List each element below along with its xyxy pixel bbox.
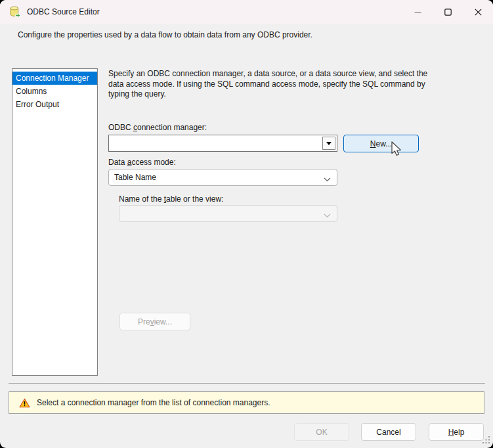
data-access-mode-label: Data access mode: — [108, 158, 176, 167]
resize-grip[interactable] — [482, 436, 490, 446]
dropdown-arrow-icon — [326, 142, 332, 145]
warning-triangle-icon — [19, 398, 30, 408]
titlebar: ODBC Source Editor — [0, 0, 493, 24]
help-button[interactable]: Help — [429, 423, 484, 441]
dialog-description: Configure the properties used by a data … — [18, 30, 477, 39]
pages-list: Connection Manager Columns Error Output — [12, 68, 98, 376]
pages-list-item-error-output[interactable]: Error Output — [12, 98, 97, 111]
status-warning-bar: Select a connection manager from the lis… — [9, 392, 484, 414]
button-text: iew... — [154, 317, 172, 326]
maximize-button[interactable] — [433, 0, 463, 24]
label-text: onnection manager: — [137, 123, 207, 132]
status-warning-text: Select a connection manager from the lis… — [37, 398, 270, 407]
new-connection-button[interactable]: New... — [343, 135, 419, 152]
label-text: able or the view: — [166, 194, 223, 204]
odbc-source-database-icon — [9, 6, 21, 18]
data-access-mode-combobox[interactable]: Table Name — [108, 169, 337, 186]
odbc-source-editor-dialog: ODBC Source Editor Configure the propert… — [0, 0, 493, 448]
label-text: ccess mode: — [131, 158, 175, 167]
table-or-view-label: Name of the table or the view: — [119, 194, 223, 204]
label-text: Name of the — [119, 194, 164, 204]
separator-line — [9, 383, 485, 384]
caption-buttons — [402, 0, 493, 24]
chevron-down-icon — [324, 175, 331, 184]
label-text: ODBC — [108, 123, 133, 132]
window-title: ODBC Source Editor — [27, 7, 100, 16]
button-text: Pre — [138, 317, 150, 326]
pages-list-item-columns[interactable]: Columns — [12, 85, 97, 98]
button-text: elp — [454, 428, 464, 437]
odbc-connection-manager-label: ODBC connection manager: — [108, 123, 207, 132]
minimize-button[interactable] — [402, 0, 433, 24]
close-button[interactable] — [463, 0, 493, 24]
button-text: ew... — [375, 139, 392, 148]
odbc-connection-manager-combobox[interactable] — [108, 135, 337, 152]
dropdown-arrow-button[interactable] — [322, 137, 335, 150]
pages-list-item-connection-manager[interactable]: Connection Manager — [12, 72, 97, 85]
data-access-mode-value: Table Name — [114, 173, 156, 182]
cancel-button[interactable]: Cancel — [361, 423, 416, 441]
chevron-down-icon — [324, 211, 331, 220]
preview-button-disabled: Preview... — [119, 313, 190, 330]
label-text: Data — [108, 158, 127, 167]
page-instructions: Specify an ODBC connection manager, a da… — [108, 69, 429, 100]
ok-button-disabled: OK — [294, 423, 349, 441]
table-or-view-combobox-disabled — [119, 205, 337, 222]
